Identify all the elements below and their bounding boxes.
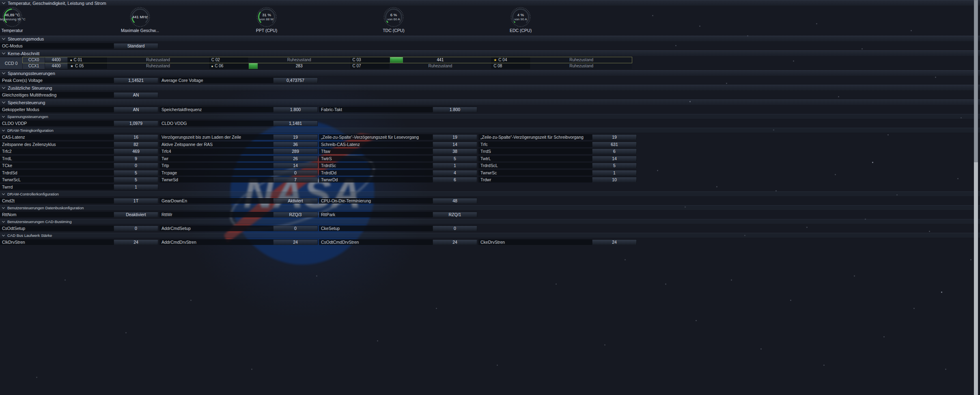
- vertical-scrollbar[interactable]: [974, 0, 978, 395]
- row-value[interactable]: 24: [592, 239, 637, 245]
- row-value[interactable]: 289: [273, 148, 318, 154]
- row-label: TrdrdSd: [0, 170, 114, 176]
- section-header-speichersteuerung[interactable]: Speichersteuerung: [0, 99, 980, 105]
- row-cldo-vddp: CLDO VDDP1,0979: [0, 120, 158, 126]
- core-dot-icon: ●: [211, 65, 213, 67]
- row-value[interactable]: RZQ/1: [433, 212, 477, 217]
- row-value[interactable]: 26: [273, 156, 318, 161]
- section-header-spannungssteuerungen[interactable]: Spannungssteuerungen: [0, 70, 980, 76]
- section-header-kerne-abschnitt[interactable]: Kerne-Abschnitt: [0, 50, 980, 56]
- core-row-ccx1: CCX14400★C 05Ruhezustand●C 06283C 07Ruhe…: [23, 63, 632, 69]
- row-value[interactable]: 16: [114, 134, 158, 140]
- row-label: CkeSetup: [319, 225, 433, 231]
- core-load-bar: 441: [390, 57, 491, 63]
- row-value[interactable]: 36: [273, 142, 318, 147]
- section-title: Benutzersteuerungen Datenbuskonfiguratio…: [7, 206, 84, 210]
- row-label: CLDO VDDG: [159, 120, 273, 126]
- row-value[interactable]: 19: [592, 134, 637, 140]
- row-value[interactable]: 5: [592, 163, 637, 168]
- section-header-dram-controllerkonfiguration[interactable]: DRAM-Controllerkonfiguration: [0, 191, 980, 197]
- row-value[interactable]: 1: [433, 163, 477, 168]
- row-value[interactable]: 6: [433, 177, 477, 182]
- row-value[interactable]: 631: [592, 142, 637, 147]
- scrollbar-thumb[interactable]: [974, 0, 978, 162]
- row-value[interactable]: 0: [273, 225, 318, 231]
- row-value[interactable]: Aktiviert: [273, 198, 318, 204]
- row-value[interactable]: 24: [114, 239, 158, 245]
- row-value[interactable]: 0: [114, 225, 158, 231]
- row-value[interactable]: Standard: [114, 43, 158, 49]
- row-value[interactable]: 82: [114, 142, 158, 147]
- row-value[interactable]: 19: [433, 134, 477, 140]
- row-rttwr: RttWrRZQ/3: [159, 212, 318, 217]
- row-twrwrsd: TwrwrSd7: [159, 177, 318, 182]
- section-title: Kerne-Abschnitt: [8, 51, 39, 56]
- row-value[interactable]: AN: [114, 107, 158, 112]
- row-value[interactable]: 14: [592, 156, 637, 161]
- row-value[interactable]: 5: [114, 177, 158, 182]
- row-label: CAS-Latenz: [0, 134, 114, 140]
- row-value[interactable]: 14: [433, 142, 477, 147]
- row-value[interactable]: 7: [273, 177, 318, 182]
- row-value[interactable]: 48: [433, 198, 477, 204]
- row-value[interactable]: 4: [433, 170, 477, 176]
- row-value[interactable]: 24: [273, 239, 318, 245]
- section-header-spannungssteuerungen[interactable]: Spannungssteuerungen: [0, 114, 980, 119]
- row-value[interactable]: 1.800: [273, 107, 318, 112]
- row-value[interactable]: 469: [114, 148, 158, 154]
- section-header-temperatur-geschwindigkeit-leistung-und-strom[interactable]: Temperatur, Geschwindigkeit, Leistung un…: [0, 0, 980, 6]
- section-header-dram-timingkonfiguration[interactable]: DRAM-Timingkonfiguration: [0, 128, 980, 133]
- row-value[interactable]: 24: [433, 239, 477, 245]
- core-name: C 07: [350, 63, 390, 69]
- row-value[interactable]: 9: [114, 156, 158, 161]
- gauge-ppt-cpu: 31 %von 88 WPPT (CPU): [240, 7, 293, 33]
- section-header-steuerungsmodus[interactable]: Steuerungsmodus: [0, 36, 980, 42]
- row-cmd2t: Cmd2t1T: [0, 198, 158, 204]
- section-header-benutzersteuerungen-cad-bustiming[interactable]: Benutzersteuerungen CAD-Bustiming: [0, 219, 980, 224]
- row-value[interactable]: 5: [433, 156, 477, 161]
- row-value[interactable]: Deaktiviert: [114, 212, 158, 217]
- core-status: Ruhezustand: [108, 63, 209, 69]
- gauge-dial: 6 %von 60 A: [383, 7, 404, 27]
- section-header-benutzersteuerungen-datenbuskonfiguration[interactable]: Benutzersteuerungen Datenbuskonfiguratio…: [0, 205, 980, 210]
- section-items: RttNomDeaktiviertRttWrRZQ/3RttParkRZQ/1: [0, 212, 638, 217]
- section-header-zus-tzliche-steuerung[interactable]: Zusätzliche Steuerung: [0, 85, 980, 91]
- row-value[interactable]: 14: [273, 163, 318, 168]
- row-value[interactable]: AN: [114, 92, 158, 98]
- row-twr: Twr26: [159, 156, 318, 161]
- row-value[interactable]: 6: [592, 148, 637, 154]
- row-value[interactable]: 38: [433, 148, 477, 154]
- row-value[interactable]: RZQ/3: [273, 212, 318, 217]
- row-label: „Zeile-zu-Spalte“-Verzögerungszeit für L…: [319, 134, 433, 140]
- section-items: Gleichzeitiges MultithreadingAN: [0, 92, 638, 98]
- row-value[interactable]: 1: [114, 184, 158, 190]
- row-value[interactable]: 5: [114, 170, 158, 176]
- row-value[interactable]: 1.800: [433, 107, 477, 112]
- row-value[interactable]: 0: [433, 225, 477, 231]
- row-value[interactable]: 10: [592, 177, 637, 182]
- chevron-down-icon: [2, 206, 5, 208]
- row-label: TrrdL: [0, 156, 114, 161]
- row-value[interactable]: 1: [592, 170, 637, 176]
- row-trdrdsc: TrdrdSc1: [319, 163, 477, 168]
- gauge-readout: 31 %von 88 W: [240, 13, 293, 21]
- core-status: Ruhezustand: [108, 57, 209, 63]
- row-value[interactable]: 1,14521: [114, 77, 158, 83]
- core-name: C 03: [350, 57, 390, 63]
- section-header-cad-bus-laufwerk-st-rke[interactable]: CAD Bus Laufwerk Stärke: [0, 233, 980, 238]
- core-load-bar: Ruhezustand: [531, 57, 632, 63]
- row-value[interactable]: 1,1481: [273, 120, 318, 126]
- gauge-value: 6 %: [367, 13, 420, 17]
- section-items: Gekoppelter ModusANSpeichertaktfrequenz1…: [0, 107, 638, 112]
- row-value[interactable]: 19: [273, 134, 318, 140]
- row-value[interactable]: 1,0979: [114, 120, 158, 126]
- row-value[interactable]: 1T: [114, 198, 158, 204]
- row-aktive-zeitspanne-der-ras: Aktive Zeitspanne der RAS36: [159, 142, 318, 147]
- row-value[interactable]: 0: [273, 170, 318, 176]
- row-twrwrdd: TwrwrDd6: [319, 177, 477, 182]
- row-value[interactable]: 0: [114, 163, 158, 168]
- row-label: AddrCmdSetup: [159, 225, 273, 231]
- row-value[interactable]: 0,473757: [273, 77, 318, 83]
- row-trfc: Trfc631: [478, 142, 637, 147]
- section-items: CsOdtSetup0AddrCmdSetup0CkeSetup0: [0, 225, 638, 231]
